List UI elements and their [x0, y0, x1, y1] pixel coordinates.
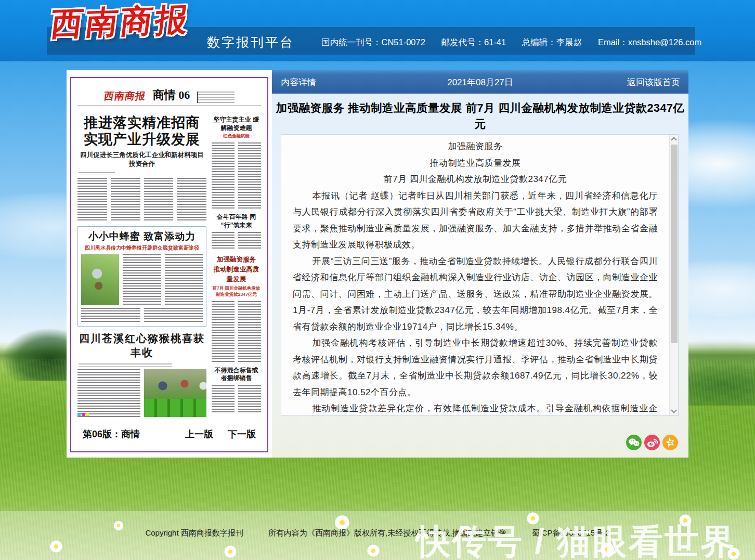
scrollbar-thumb[interactable]: [671, 145, 678, 343]
article-heading-line: 前7月 四川金融机构发放制造业贷款2347亿元: [293, 171, 658, 188]
right-headline-1: 坚守主责主业 缓解融资难题: [212, 116, 261, 132]
chief-editor: 总编辑：李晨赵: [522, 37, 582, 47]
platform-label: 数字报刊平台: [207, 34, 294, 51]
newspaper-masthead: 西南商报 商情 06: [77, 83, 261, 106]
watermark-text: 快传号 / 猫眼看世界: [416, 518, 736, 560]
article-paragraph: 本报讯（记者 赵蝶）记者昨日从四川相关部门获悉，近年来，四川省经济和信息化厅与人…: [293, 188, 658, 253]
article-body: 加强融资服务 推动制造业高质量发展 前7月 四川金融机构发放制造业贷款2347亿…: [281, 135, 669, 415]
publication-info: 国内统一刊号：CN51-0072 邮发代号：61-41 总编辑：李晨赵 Emai…: [321, 37, 715, 48]
article-content-box: 加强融资服务 推动制造业高质量发展 前7月 四川金融机构发放制造业贷款2347亿…: [281, 134, 679, 416]
cmyk-print-marks: [77, 413, 89, 416]
article-paragraph: 加强金融机构考核评估，引导制造业中长期贷款增速超过30%。持续完善制造业贷款考核…: [293, 335, 658, 400]
back-to-front-page-link[interactable]: 返回该版首页: [627, 76, 680, 88]
daisy-flower: [367, 544, 380, 557]
kiwi-harvest-photo: [144, 369, 207, 417]
simulated-text-columns: [81, 308, 203, 323]
daisy-flower: [49, 540, 63, 553]
right-headline-2: 奋斗百年路 同“行”筑未来: [212, 213, 261, 229]
simulated-text-columns: [212, 232, 261, 250]
weibo-share-icon[interactable]: [644, 435, 660, 450]
simulated-text-column: [123, 254, 161, 305]
newspaper-right-column: 坚守主责主业 缓解融资难题 — 红色金融赋能 — 奋斗百年路 同“行”筑未来 加…: [212, 109, 261, 417]
newspaper-section-label: 商情 06: [153, 87, 190, 103]
issn-number: 国内统一刊号：CN51-0072: [321, 37, 425, 47]
right-headline-3: 不得混合标售或者捆绑销售: [212, 367, 261, 383]
site-logo: 西南商报: [48, 0, 193, 46]
footer-copyright: Copyright 西南商报数字报刊: [145, 528, 243, 537]
article-paragraph: 开展“三访三问三送”服务，推动全省制造业贷款持续增长。人民银行成都分行联合四川省…: [293, 253, 658, 335]
article-heading-line: 加强融资服务: [293, 138, 658, 155]
simulated-text-columns: [212, 385, 261, 412]
newspaper-boxed-article: 小小中蜂蜜 致富添动力 四川黑水县借力中蜂养殖开辟群众脱贫致富新途径: [77, 226, 206, 327]
highlighted-article-sub: 前7月 四川金融机构发放制造业贷款2347亿元: [212, 285, 261, 298]
qzone-share-icon[interactable]: [662, 435, 678, 450]
right-headline-1-sub: — 红色金融赋能 —: [212, 133, 261, 139]
newspaper-date-block: [197, 92, 235, 103]
highlighted-article-title: 加强融资服务 推动制造业高质量发展: [212, 255, 261, 284]
bee-article-subhead: 四川黑水县借力中蜂养殖开辟群众脱贫致富新途径: [81, 244, 203, 252]
prev-page-link[interactable]: 上一版: [185, 428, 213, 440]
page: 西南商报 数字报刊平台 国内统一刊号：CN51-0072 邮发代号：61-41 …: [0, 0, 755, 560]
newspaper-page-frame: 西南商报 商情 06 推进落实精准招商 实现产业升级发展 四川促进长三角优质化工…: [70, 77, 268, 452]
newspaper-logo: 西南商报: [103, 89, 147, 103]
wechat-share-icon[interactable]: [626, 435, 642, 450]
newspaper-left-column: 推进落实精准招商 实现产业升级发展 四川促进长三角优质化工企业和新材料项目投资合…: [77, 109, 206, 417]
scroll-up-arrow-icon[interactable]: [671, 137, 676, 142]
current-page-label: 第06版：商情: [83, 428, 140, 440]
newspaper-columns: 推进落实精准招商 实现产业升级发展 四川促进长三角优质化工企业和新材料项目投资合…: [77, 109, 261, 417]
article-paragraph: 推动制造业贷款差异化定价，有效降低制造业贷款成本。引导金融机构依据制造业企业资质…: [293, 400, 658, 415]
newspaper-panel: 西南商报 商情 06 推进落实精准招商 实现产业升级发展 四川促进长三角优质化工…: [67, 70, 272, 458]
page-navigation: 第06版：商情 上一版 下一版: [71, 417, 267, 451]
detail-label: 内容详情: [281, 76, 316, 88]
simulated-text-columns: [77, 178, 206, 222]
postal-code: 邮发代号：61-41: [441, 37, 506, 47]
simulated-text-columns: [212, 142, 261, 209]
content-scrollbar[interactable]: [669, 135, 678, 415]
site-header: 西南商报 数字报刊平台 国内统一刊号：CN51-0072 邮发代号：61-41 …: [0, 0, 755, 61]
article-title: 加强融资服务 推动制造业高质量发展 前7月 四川金融机构发放制造业贷款2347亿…: [272, 100, 688, 133]
photo-people: [150, 374, 207, 395]
bee-article-headline: 小小中蜂蜜 致富添动力: [81, 230, 203, 243]
scroll-down-arrow-icon[interactable]: [671, 407, 676, 413]
article-date: 2021年08月27日: [447, 76, 513, 88]
newspaper-headline-1-sub: 四川促进长三角优质化工企业和新材料项目投资合作: [77, 151, 206, 168]
newspaper-headline-1: 推进落实精准招商 实现产业升级发展: [77, 115, 206, 148]
main-wrapper: 西南商报 商情 06 推进落实精准招商 实现产业升级发展 四川促进长三角优质化工…: [67, 70, 688, 458]
kiwi-headline: 四川苍溪红心猕猴桃喜获丰收: [77, 332, 206, 360]
simulated-text-columns: [212, 301, 261, 362]
simulated-text-column: [77, 369, 140, 417]
photo-crates: [144, 399, 207, 417]
newspaper-page-thumbnail[interactable]: 西南商报 商情 06 推进落实精准招商 实现产业升级发展 四川促进长三角优质化工…: [71, 78, 267, 417]
contact-email: Email：xnsbshe@126.com: [598, 37, 701, 47]
article-heading-line: 推动制造业高质量发展: [293, 155, 658, 172]
beekeeping-photo: [81, 254, 119, 305]
simulated-text-column: [165, 254, 203, 305]
daisy-flower: [224, 545, 237, 558]
detail-header-bar: 内容详情 2021年08月27日 返回该版首页: [272, 70, 688, 94]
article-panel: 内容详情 2021年08月27日 返回该版首页 加强融资服务 推动制造业高质量发…: [272, 70, 688, 458]
share-buttons: [626, 435, 678, 450]
next-page-link[interactable]: 下一版: [228, 428, 256, 440]
simulated-byline: [79, 172, 115, 175]
simulated-byline: [79, 363, 172, 367]
